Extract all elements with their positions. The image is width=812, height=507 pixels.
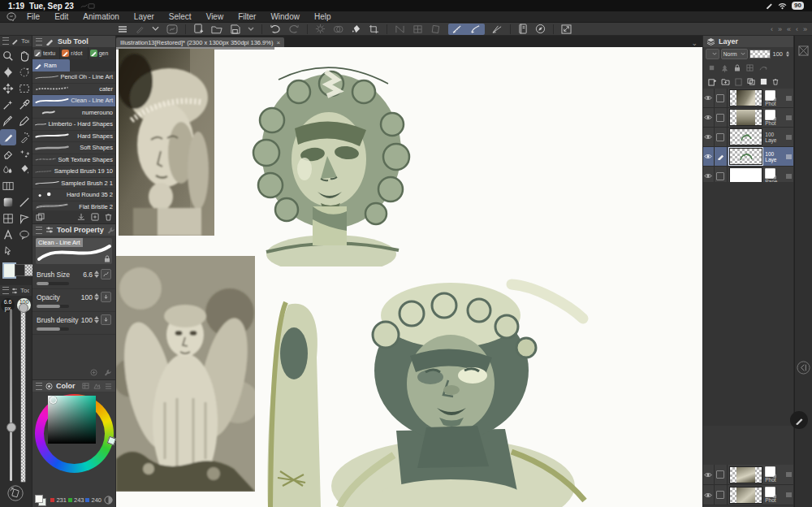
brush-tool-icon[interactable] <box>0 129 16 145</box>
blend-tool-icon[interactable] <box>0 162 16 178</box>
new-folder-icon[interactable] <box>721 78 730 85</box>
subtool-tab-texture[interactable]: textu <box>32 47 60 59</box>
menu-select[interactable]: Select <box>162 11 199 22</box>
layer-row-sketch-1[interactable]: 100Laye <box>703 128 793 147</box>
undo-icon[interactable] <box>270 24 281 34</box>
snap-special-ruler-icon[interactable] <box>470 24 481 34</box>
save-icon[interactable] <box>230 24 240 34</box>
subtool-tab-dot[interactable]: r/dot <box>60 47 88 59</box>
fill-tool-icon[interactable] <box>16 162 32 178</box>
brush-item[interactable]: Soft Shapes <box>32 142 115 154</box>
prop-slider[interactable] <box>37 305 69 308</box>
layer-menu-icon[interactable] <box>786 135 792 140</box>
close-tab-icon[interactable]: × <box>276 39 280 46</box>
layer-row-photo-4[interactable]: Phot <box>703 485 793 505</box>
brush-item[interactable]: numerouno <box>32 107 115 119</box>
transfer-layer-icon[interactable] <box>747 78 755 85</box>
sv-selector[interactable] <box>50 396 57 404</box>
opacity-slider-handle[interactable] <box>19 303 28 313</box>
snap-off-icon[interactable] <box>395 24 405 34</box>
brush-item[interactable]: Pencil Oh - Line Art <box>32 72 115 84</box>
snap-ruler-icon[interactable] <box>452 24 463 34</box>
brush-size-slider[interactable] <box>10 309 12 481</box>
trash-icon[interactable] <box>772 78 779 85</box>
grip-icon[interactable] <box>36 227 42 234</box>
menu-window[interactable]: Window <box>263 11 307 22</box>
menu-edit[interactable]: Edit <box>47 11 76 22</box>
tone-icon[interactable] <box>333 24 343 34</box>
menu-layer[interactable]: Layer <box>127 11 162 22</box>
color-slider-icon[interactable] <box>105 383 112 389</box>
balloon-tool-icon[interactable] <box>16 227 32 243</box>
brush-item[interactable]: Hard Round 35 2 <box>32 189 115 202</box>
menu-animation[interactable]: Animation <box>76 11 126 22</box>
import-subtool-icon[interactable] <box>77 213 85 221</box>
merge-layer-icon[interactable] <box>760 78 767 85</box>
detail-settings-icon[interactable] <box>104 369 111 376</box>
line-tool-icon[interactable] <box>16 194 32 210</box>
snap-grid-icon[interactable] <box>412 24 423 34</box>
wand-tool-icon[interactable] <box>0 97 16 113</box>
lock-icon[interactable] <box>104 255 110 262</box>
palette-next-icon[interactable]: » <box>803 25 807 33</box>
layer-menu-icon[interactable] <box>786 154 792 159</box>
eyedropper-tool-icon[interactable] <box>16 97 32 113</box>
layer-row-photo-3[interactable]: Phot <box>703 465 793 485</box>
redo-icon[interactable] <box>288 24 300 34</box>
gradient-tool-icon[interactable] <box>0 194 16 210</box>
tab-list-chevron-icon[interactable]: ⌄ <box>691 39 702 47</box>
add-setting-icon[interactable] <box>90 369 97 376</box>
menu-view[interactable]: View <box>199 11 231 22</box>
airbrush-tool-icon[interactable] <box>16 129 32 145</box>
layer-thumbnail[interactable] <box>729 148 763 165</box>
pencil-tool-icon[interactable] <box>16 113 32 129</box>
color-mode-toggle-icon[interactable] <box>104 496 113 505</box>
fullscreen-icon[interactable] <box>561 24 572 34</box>
duplicate-subtool-icon[interactable] <box>36 213 45 221</box>
menu-file[interactable]: File <box>19 11 47 22</box>
snap-frame-icon[interactable] <box>430 24 441 34</box>
touch-pen-icon[interactable] <box>135 24 145 34</box>
pressure-settings-button[interactable] <box>101 269 111 280</box>
transform-tool-icon[interactable] <box>16 64 32 80</box>
menu-help[interactable]: Help <box>307 11 339 22</box>
prop-slider[interactable] <box>37 282 69 285</box>
main-sub-swatch[interactable] <box>35 495 46 505</box>
layer-row-photo-1[interactable]: Phot <box>703 89 793 108</box>
trash-icon[interactable] <box>105 213 112 221</box>
layer-checkbox[interactable] <box>715 128 728 146</box>
eye-icon[interactable] <box>703 147 715 166</box>
paper-texture-icon[interactable] <box>735 78 742 86</box>
layer-row-sketch-selected[interactable]: 100Laye <box>703 147 793 167</box>
grip-icon[interactable] <box>2 287 9 294</box>
layer-thumbnail[interactable] <box>729 487 763 504</box>
brush-item[interactable]: Hard Shapes <box>32 131 115 143</box>
layer-checkbox[interactable] <box>715 89 728 107</box>
grip-icon[interactable] <box>36 383 42 390</box>
rotate-canvas-icon[interactable] <box>6 484 24 502</box>
document-tab[interactable]: Illustration13[Restored]* (2300 x 1300px… <box>116 37 284 47</box>
layer-thumbnail[interactable] <box>729 89 763 106</box>
wrench-icon[interactable] <box>107 227 114 234</box>
eye-icon[interactable] <box>703 89 715 107</box>
save-chevron-icon[interactable] <box>248 27 254 32</box>
layer-thumbnail[interactable] <box>729 466 763 483</box>
grid-tool-icon[interactable] <box>0 210 16 227</box>
layer-move-tool-icon[interactable] <box>0 64 16 80</box>
open-folder-icon[interactable] <box>211 24 222 34</box>
prop-slider[interactable] <box>37 327 69 331</box>
eye-icon[interactable] <box>703 465 715 484</box>
eye-icon[interactable] <box>703 485 715 505</box>
grip-icon[interactable] <box>2 37 9 45</box>
lock-transparent-icon[interactable] <box>746 64 754 72</box>
collapse-icon[interactable] <box>797 361 810 375</box>
bucket-icon[interactable] <box>351 24 361 34</box>
layer-menu-icon[interactable] <box>786 472 792 477</box>
decoration-tool-icon[interactable] <box>16 145 32 162</box>
brush-size-slider-handle[interactable] <box>6 422 16 432</box>
app-logo-icon[interactable] <box>6 12 16 21</box>
add-subtool-icon[interactable] <box>91 213 99 221</box>
grip-icon[interactable] <box>36 38 42 46</box>
hand-tool-icon[interactable] <box>16 48 32 64</box>
gear-icon[interactable] <box>315 24 326 34</box>
